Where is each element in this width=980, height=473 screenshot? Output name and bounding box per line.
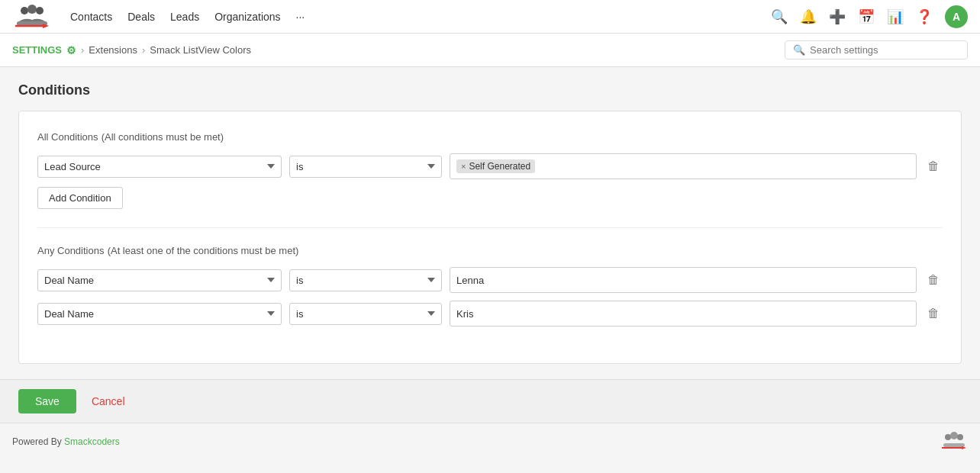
breadcrumb-sep-2: › [142, 44, 145, 56]
any-condition-row-1: Deal Name Lead Source Contact Name Email… [37, 301, 943, 327]
any-conditions-section: Any Conditions (At least one of the cond… [37, 243, 943, 327]
bottom-logo-icon [940, 431, 968, 452]
any-condition-row-0: Deal Name Lead Source Contact Name Email… [37, 267, 943, 293]
svg-point-6 [945, 434, 951, 440]
any-field-select-0[interactable]: Deal Name Lead Source Contact Name Email [37, 269, 282, 291]
nav-leads[interactable]: Leads [164, 8, 205, 26]
svg-rect-9 [943, 443, 965, 447]
calendar-icon[interactable]: 📅 [858, 8, 875, 25]
any-value-wrapper-0 [450, 267, 917, 293]
save-button[interactable]: Save [18, 389, 76, 413]
nav-more[interactable]: ··· [290, 8, 311, 26]
all-conditions-title: All Conditions (All conditions must be m… [37, 130, 943, 143]
nav-links: Contacts Deals Leads Organizations ··· [64, 8, 311, 26]
svg-point-7 [950, 432, 958, 439]
nav-deals[interactable]: Deals [121, 8, 161, 26]
any-operator-select-1[interactable]: is is not contains does not contain [289, 303, 442, 325]
conditions-card: All Conditions (All conditions must be m… [18, 111, 962, 364]
all-field-select-0[interactable]: Lead Source Deal Name Contact Name Email [37, 156, 282, 178]
all-operator-select-0[interactable]: is is not contains does not contain [289, 156, 442, 178]
any-conditions-title: Any Conditions (At least one of the cond… [37, 243, 943, 256]
main-content: Conditions All Conditions (All condition… [0, 67, 980, 379]
top-nav: Contacts Deals Leads Organizations ··· 🔍… [0, 0, 980, 34]
bell-icon[interactable]: 🔔 [800, 8, 817, 25]
breadcrumb-sep-1: › [81, 44, 84, 56]
search-settings-icon: 🔍 [793, 44, 805, 56]
breadcrumb-extensions: Extensions [89, 44, 137, 56]
footer-actions: Save Cancel [0, 379, 980, 423]
gear-icon: ⚙ [66, 44, 76, 56]
settings-bar: SETTINGS ⚙ › Extensions › Smack ListView… [0, 34, 980, 67]
help-icon[interactable]: ❓ [916, 8, 933, 25]
svg-point-8 [957, 434, 963, 440]
chart-icon[interactable]: 📊 [887, 8, 904, 25]
any-value-wrapper-1 [450, 301, 917, 327]
any-delete-row-0[interactable]: 🗑 [924, 270, 943, 290]
cancel-button[interactable]: Cancel [85, 389, 131, 413]
settings-label: SETTINGS [12, 44, 62, 56]
any-value-input-0[interactable] [456, 275, 910, 286]
tag-remove-icon[interactable]: × [461, 162, 466, 171]
all-delete-row-0[interactable]: 🗑 [924, 156, 943, 176]
any-field-select-1[interactable]: Deal Name Lead Source Contact Name Email [37, 303, 282, 325]
search-settings-input[interactable] [810, 44, 959, 56]
svg-point-1 [27, 5, 37, 14]
logo-icon [12, 3, 52, 31]
any-delete-row-1[interactable]: 🗑 [924, 304, 943, 323]
search-settings-wrapper: 🔍 [785, 40, 968, 60]
all-conditions-section: All Conditions (All conditions must be m… [37, 130, 943, 209]
search-icon[interactable]: 🔍 [771, 8, 788, 25]
all-condition-row-0: Lead Source Deal Name Contact Name Email… [37, 153, 943, 179]
bottom-bar: Powered By Smackcoders [0, 423, 980, 460]
svg-point-0 [21, 7, 28, 14]
nav-right: 🔍 🔔 ➕ 📅 📊 ❓ A [771, 5, 968, 28]
svg-point-2 [36, 7, 44, 14]
breadcrumb-current: Smack ListView Colors [150, 44, 251, 56]
logo [12, 3, 52, 31]
all-value-tag-0-0: × Self Generated [456, 159, 535, 173]
add-all-condition-button[interactable]: Add Condition [37, 187, 123, 209]
page-title: Conditions [18, 82, 962, 98]
settings-link[interactable]: SETTINGS ⚙ [12, 44, 76, 56]
all-value-wrapper-0: × Self Generated [450, 153, 917, 179]
tag-label: Self Generated [469, 161, 530, 172]
user-avatar[interactable]: A [945, 5, 968, 28]
any-value-input-1[interactable] [456, 308, 910, 320]
nav-organizations[interactable]: Organizations [208, 8, 286, 26]
any-operator-select-0[interactable]: is is not contains does not contain [289, 269, 442, 291]
plus-icon[interactable]: ➕ [829, 8, 846, 25]
svg-marker-11 [962, 446, 966, 449]
section-divider [37, 227, 943, 228]
nav-contacts[interactable]: Contacts [64, 8, 118, 26]
smackcoders-link[interactable]: Smackcoders [64, 436, 120, 447]
powered-by-text: Powered By Smackcoders [12, 436, 120, 447]
